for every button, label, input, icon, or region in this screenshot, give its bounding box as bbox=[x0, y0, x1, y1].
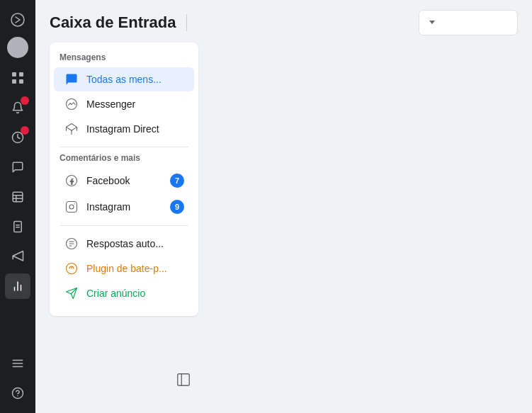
logo-icon[interactable] bbox=[5, 7, 30, 33]
svg-rect-2 bbox=[19, 72, 23, 77]
instagram-direct-icon bbox=[64, 123, 79, 135]
section-divider-2 bbox=[60, 225, 188, 226]
svg-rect-3 bbox=[12, 79, 16, 84]
instagram-badge: 9 bbox=[170, 200, 184, 214]
right-panel bbox=[198, 43, 518, 399]
clock-icon[interactable] bbox=[5, 125, 30, 150]
plugin-icon bbox=[64, 262, 79, 275]
messenger-label: Messenger bbox=[86, 98, 135, 110]
analytics-icon[interactable] bbox=[5, 273, 30, 299]
instagram-direct-label: Instagram Direct bbox=[86, 123, 159, 135]
svg-rect-29 bbox=[67, 202, 77, 213]
instagram-label: Instagram bbox=[86, 201, 130, 213]
notifications-badge bbox=[21, 96, 29, 105]
filter-dropdown[interactable] bbox=[419, 10, 518, 35]
svg-point-30 bbox=[69, 205, 74, 209]
menu-item-auto-replies[interactable]: Respostas auto... bbox=[54, 232, 194, 256]
svg-rect-38 bbox=[178, 374, 190, 386]
svg-rect-4 bbox=[19, 79, 23, 84]
create-ad-icon bbox=[64, 287, 79, 300]
svg-rect-1 bbox=[12, 72, 16, 77]
facebook-icon bbox=[64, 174, 79, 187]
content-area: Mensagens Todas as mens... bbox=[35, 43, 532, 413]
chat-icon[interactable] bbox=[5, 154, 30, 180]
section-divider-1 bbox=[60, 147, 188, 147]
all-messages-icon bbox=[64, 73, 79, 86]
svg-point-0 bbox=[11, 13, 24, 26]
dropdown-arrow-icon bbox=[428, 16, 436, 29]
table-icon[interactable] bbox=[5, 184, 30, 210]
auto-replies-label: Respostas auto... bbox=[86, 238, 164, 249]
facebook-label: Facebook bbox=[86, 175, 130, 186]
avatar[interactable] bbox=[7, 37, 28, 58]
svg-marker-22 bbox=[429, 21, 435, 24]
notifications-icon[interactable] bbox=[5, 95, 30, 120]
facebook-badge: 7 bbox=[170, 174, 184, 188]
megaphone-icon[interactable] bbox=[5, 244, 30, 269]
menu-item-facebook[interactable]: Facebook 7 bbox=[54, 168, 194, 193]
instagram-icon bbox=[64, 200, 79, 213]
section-label-mensagens: Mensagens bbox=[50, 52, 198, 67]
create-ad-label: Criar anúncio bbox=[86, 288, 145, 299]
left-panel: Mensagens Todas as mens... bbox=[50, 43, 198, 316]
section-label-comments: Comentários e mais bbox=[50, 153, 198, 167]
svg-marker-24 bbox=[67, 124, 77, 131]
header-divider bbox=[186, 14, 187, 31]
grid-icon[interactable] bbox=[5, 65, 30, 91]
auto-replies-icon bbox=[64, 237, 79, 250]
page-title: Caixa de Entrada bbox=[50, 13, 176, 32]
plugin-label: Plugin de bate-p... bbox=[86, 263, 167, 274]
svg-point-31 bbox=[74, 203, 75, 204]
menu-item-messenger[interactable]: Messenger bbox=[54, 92, 194, 116]
svg-rect-6 bbox=[13, 192, 23, 202]
menu-item-plugin[interactable]: Plugin de bate-p... bbox=[54, 256, 194, 281]
menu-item-create-ad[interactable]: Criar anúncio bbox=[54, 281, 194, 305]
menu-item-instagram-direct[interactable]: Instagram Direct bbox=[54, 117, 194, 141]
help-icon[interactable] bbox=[5, 380, 30, 406]
sidebar bbox=[0, 0, 35, 413]
document-icon[interactable] bbox=[5, 214, 30, 239]
panel-toggle-icon[interactable] bbox=[176, 372, 191, 390]
main-area: Caixa de Entrada Mensagens bbox=[35, 0, 532, 413]
menu-item-all-messages[interactable]: Todas as mens... bbox=[54, 67, 194, 91]
all-messages-label: Todas as mens... bbox=[86, 74, 162, 85]
header: Caixa de Entrada bbox=[35, 0, 532, 43]
clock-badge bbox=[21, 126, 29, 135]
messenger-icon bbox=[64, 98, 79, 111]
menu-item-instagram[interactable]: Instagram 9 bbox=[54, 194, 194, 220]
hamburger-menu-icon[interactable] bbox=[5, 351, 30, 376]
